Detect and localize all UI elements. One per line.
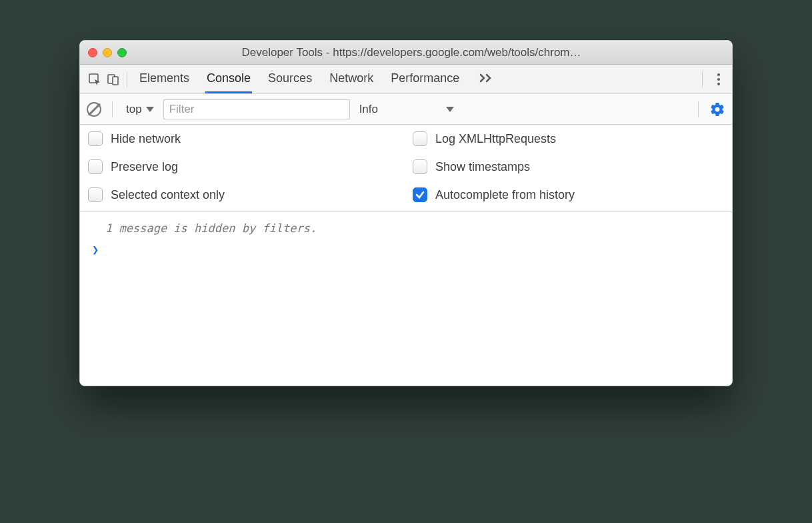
checkbox-autocomplete-history[interactable]	[413, 187, 427, 202]
main-tabbar: Elements Console Sources Network Perform…	[80, 65, 732, 94]
minimize-window-button[interactable]	[103, 48, 112, 57]
device-toolbar-icon[interactable]	[104, 70, 123, 89]
setting-label[interactable]: Selected context only	[111, 188, 225, 202]
separator	[698, 101, 699, 117]
setting-autocomplete-history: Autocomplete from history	[413, 187, 724, 202]
tab-performance[interactable]: Performance	[389, 65, 461, 93]
setting-label[interactable]: Log XMLHttpRequests	[435, 132, 556, 146]
panel-tabs: Elements Console Sources Network Perform…	[138, 65, 497, 93]
console-toolbar: top Info	[80, 94, 732, 125]
console-settings-icon[interactable]	[709, 101, 725, 117]
context-selector[interactable]: top	[123, 103, 157, 116]
window-title: Developer Tools - https://developers.goo…	[132, 46, 724, 59]
inspect-element-icon[interactable]	[85, 70, 104, 89]
setting-label[interactable]: Preserve log	[111, 160, 178, 174]
tab-elements[interactable]: Elements	[138, 65, 191, 93]
filter-input[interactable]	[163, 99, 350, 119]
setting-selected-context: Selected context only	[88, 187, 399, 202]
console-output: 1 message is hidden by filters. ❯	[80, 212, 732, 386]
devtools-window: Developer Tools - https://developers.goo…	[79, 40, 733, 386]
dropdown-icon	[146, 107, 154, 112]
dropdown-icon	[446, 107, 454, 112]
maximize-window-button[interactable]	[117, 48, 127, 57]
console-settings-panel: Hide network Log XMLHttpRequests Preserv…	[80, 125, 732, 212]
hidden-messages-notice: 1 message is hidden by filters.	[88, 217, 724, 235]
separator	[127, 71, 127, 87]
console-prompt[interactable]: ❯	[88, 235, 724, 256]
more-options-icon[interactable]	[711, 73, 727, 85]
window-controls	[88, 48, 127, 57]
more-tabs-icon[interactable]	[475, 72, 497, 86]
separator	[112, 101, 113, 117]
checkbox-log-xhr[interactable]	[413, 131, 427, 146]
setting-label[interactable]: Autocomplete from history	[435, 188, 575, 202]
setting-hide-network: Hide network	[88, 131, 399, 146]
tab-console[interactable]: Console	[205, 65, 252, 93]
setting-label[interactable]: Hide network	[111, 132, 181, 146]
checkbox-hide-network[interactable]	[88, 131, 103, 146]
clear-console-icon[interactable]	[87, 102, 101, 117]
checkbox-preserve-log[interactable]	[88, 159, 103, 174]
log-level-selector[interactable]: Info	[357, 103, 457, 116]
tab-sources[interactable]: Sources	[267, 65, 313, 93]
close-window-button[interactable]	[88, 48, 97, 57]
level-label: Info	[359, 103, 378, 116]
svg-rect-2	[113, 77, 118, 85]
setting-preserve-log: Preserve log	[88, 159, 399, 174]
setting-log-xhr: Log XMLHttpRequests	[413, 131, 724, 146]
separator	[702, 71, 703, 87]
titlebar: Developer Tools - https://developers.goo…	[80, 41, 732, 65]
checkbox-show-timestamps[interactable]	[413, 159, 427, 174]
tab-network[interactable]: Network	[328, 65, 375, 93]
setting-show-timestamps: Show timestamps	[413, 159, 724, 174]
context-label: top	[126, 103, 142, 116]
setting-label[interactable]: Show timestamps	[435, 160, 530, 174]
checkbox-selected-context[interactable]	[88, 187, 103, 202]
